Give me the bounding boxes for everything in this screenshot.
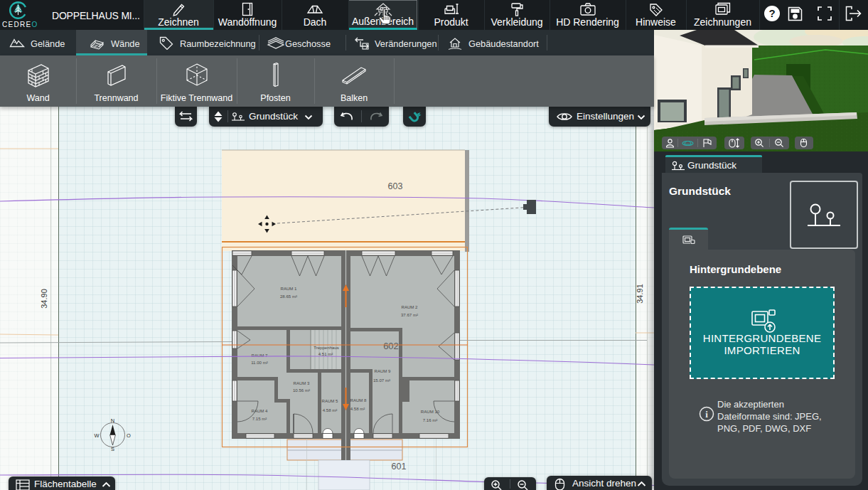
svg-text:RAUM 7: RAUM 7	[251, 353, 268, 358]
svg-text:RAUM 1: RAUM 1	[280, 286, 297, 291]
svg-text:N: N	[111, 417, 114, 424]
svg-text:Treppenhaus: Treppenhaus	[314, 345, 339, 350]
svg-text:7.15 m²: 7.15 m²	[252, 416, 267, 421]
svg-text:28.65 m²: 28.65 m²	[280, 294, 297, 299]
svg-text:O: O	[127, 432, 131, 439]
svg-text:RAUM 10: RAUM 10	[421, 409, 440, 414]
svg-text:601: 601	[392, 462, 407, 472]
svg-text:RAUM 8: RAUM 8	[350, 398, 367, 403]
svg-text:37.67 m²: 37.67 m²	[401, 312, 418, 317]
svg-text:S: S	[111, 446, 114, 452]
svg-text:RAUM 4: RAUM 4	[251, 408, 268, 413]
svg-text:34.90: 34.90	[40, 289, 48, 309]
svg-text:RAUM 9: RAUM 9	[374, 368, 391, 373]
svg-text:15.07 m²: 15.07 m²	[373, 378, 390, 383]
svg-text:RAUM 2: RAUM 2	[401, 304, 418, 309]
svg-text:i: i	[705, 409, 708, 420]
svg-text:RAUM 3: RAUM 3	[293, 380, 310, 385]
svg-text:10.56 m²: 10.56 m²	[293, 388, 310, 393]
svg-text:602: 602	[383, 341, 399, 351]
svg-text:7.16 m²: 7.16 m²	[423, 417, 438, 422]
svg-text:34.91: 34.91	[636, 284, 644, 304]
svg-text:W: W	[94, 432, 100, 439]
svg-text:4.58 m²: 4.58 m²	[350, 406, 365, 411]
svg-text:11.00 m²: 11.00 m²	[251, 360, 268, 365]
svg-text:603: 603	[388, 181, 403, 191]
svg-text:4.58 m²: 4.58 m²	[323, 408, 338, 412]
svg-text:4.51 m²: 4.51 m²	[318, 351, 333, 356]
svg-text:RAUM 5: RAUM 5	[321, 398, 338, 403]
